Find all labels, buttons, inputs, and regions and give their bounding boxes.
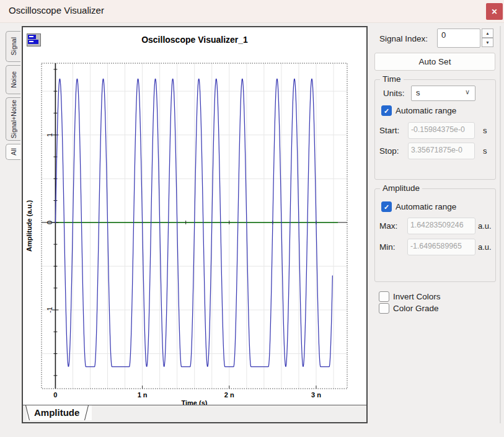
check-icon: ✓ (384, 107, 389, 115)
units-label: Units: (383, 89, 405, 98)
tab-left-edge (25, 405, 30, 420)
arrow-down-icon: ▼ (485, 40, 489, 45)
side-tab-all[interactable]: All (6, 144, 20, 160)
amplitude-group-legend: Amplitude (380, 183, 422, 193)
start-label: Start: (379, 126, 399, 135)
time-auto-range-label: Automatic range (396, 106, 456, 115)
svg-text:1: 1 (46, 133, 53, 137)
side-tab-noise-label: Noise (10, 71, 17, 88)
signal-index-label: Signal Index: (379, 34, 428, 43)
side-tab-noise[interactable]: Noise (6, 65, 20, 94)
spinner-down-button[interactable]: ▼ (482, 38, 493, 47)
color-grade-checkbox[interactable] (379, 303, 389, 314)
stop-unit: s (483, 146, 487, 156)
svg-text:-1: -1 (46, 307, 53, 313)
max-unit: a.u. (478, 221, 492, 231)
stop-label: Stop: (379, 146, 399, 156)
side-tab-signal-noise[interactable]: Signal+Noise (6, 97, 20, 141)
invert-colors-label: Invert Colors (393, 292, 441, 301)
stop-field: 3.35671875e-0 (408, 143, 475, 159)
min-unit: a.u. (478, 242, 492, 252)
tab-amplitude[interactable]: Amplitude (27, 405, 92, 420)
svg-text:0: 0 (46, 221, 53, 224)
signal-index-spinner: ▲ ▼ (482, 29, 493, 48)
side-tab-signal[interactable]: Signal (6, 31, 20, 62)
side-tab-signal-label: Signal (10, 37, 17, 55)
plot-panel: Oscilloscope Visualizer_1 01 n2 n3 n10-1… (22, 26, 368, 423)
side-tab-signal-noise-label: Signal+Noise (10, 100, 17, 138)
svg-text:0: 0 (53, 391, 57, 399)
svg-text:2 n: 2 n (224, 391, 234, 399)
bottom-tab-strip: Amplitude (23, 405, 366, 422)
max-label: Max: (379, 221, 397, 231)
oscilloscope-visualizer-window: Oscilloscope Visualizer ✕ Signal Noise S… (0, 0, 504, 437)
tab-right-edge (84, 405, 89, 420)
oscilloscope-chart[interactable]: 01 n2 n3 n10-1Time (s)Amplitude (a.u.) (23, 27, 366, 405)
spinner-up-button[interactable]: ▲ (482, 29, 493, 38)
arrow-up-icon: ▲ (485, 31, 489, 35)
check-icon: ✓ (384, 203, 389, 211)
units-value: s (416, 88, 420, 97)
amplitude-auto-range-checkbox[interactable]: ✓ (381, 201, 392, 212)
close-icon: ✕ (491, 7, 497, 16)
close-button[interactable]: ✕ (486, 3, 503, 20)
chevron-down-icon: ∨ (465, 88, 470, 96)
tab-amplitude-label: Amplitude (34, 407, 79, 418)
amplitude-auto-range-label: Automatic range (396, 202, 456, 211)
window-title: Oscilloscope Visualizer (9, 5, 104, 15)
side-tab-all-label: All (10, 148, 17, 156)
time-group-legend: Time (380, 74, 404, 84)
invert-colors-checkbox[interactable] (379, 291, 389, 302)
min-field: -1.6496589965 (407, 239, 475, 255)
max-field: 1.64283509246 (407, 218, 475, 234)
svg-text:Amplitude (a.u.): Amplitude (a.u.) (25, 200, 33, 252)
svg-text:3 n: 3 n (311, 391, 321, 399)
start-field: -0.15984375e-0 (408, 122, 475, 139)
time-auto-range-checkbox[interactable]: ✓ (381, 105, 392, 116)
start-unit: s (483, 126, 487, 135)
signal-index-input[interactable]: 0 (437, 29, 480, 48)
titlebar: Oscilloscope Visualizer ✕ (0, 0, 504, 23)
svg-text:1 n: 1 n (138, 391, 148, 399)
auto-set-button[interactable]: Auto Set (374, 53, 495, 71)
color-grade-label: Color Grade (393, 304, 439, 313)
min-label: Min: (379, 242, 396, 252)
panel-separator (500, 26, 501, 423)
units-dropdown[interactable]: s ∨ (411, 86, 475, 101)
